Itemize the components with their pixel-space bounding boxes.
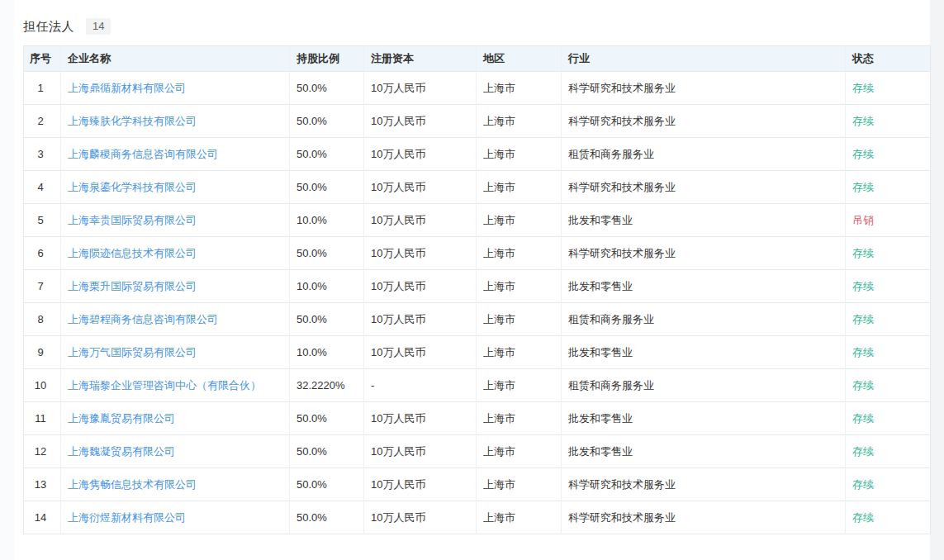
region: 上海市 (477, 402, 562, 435)
row-index: 1 (24, 72, 61, 105)
column-header-name: 企业名称 (61, 46, 290, 72)
row-index: 9 (24, 336, 61, 369)
table-row: 14 上海衍煜新材料有限公司 50.0% 10万人民币 上海市 科学研究和技术服… (24, 501, 931, 534)
industry: 批发和零售业 (562, 336, 846, 369)
region: 上海市 (477, 501, 562, 534)
shareholding-ratio: 50.0% (290, 501, 364, 534)
table-row: 8 上海碧程商务信息咨询有限公司 50.0% 10万人民币 上海市 租赁和商务服… (24, 303, 931, 336)
company-link[interactable]: 上海衍煜新材料有限公司 (68, 511, 186, 524)
column-header-index: 序号 (24, 46, 61, 72)
row-index: 4 (24, 171, 61, 204)
region: 上海市 (477, 72, 562, 105)
region: 上海市 (477, 435, 562, 468)
row-index: 3 (24, 138, 61, 171)
table-row: 13 上海隽畅信息技术有限公司 50.0% 10万人民币 上海市 科学研究和技术… (24, 468, 931, 501)
shareholding-ratio: 50.0% (290, 468, 364, 501)
column-header-industry: 行业 (562, 46, 846, 72)
shareholding-ratio: 10.0% (290, 270, 364, 303)
row-index: 11 (24, 402, 61, 435)
registered-capital: - (364, 369, 477, 402)
shareholding-ratio: 32.2220% (290, 369, 364, 402)
company-link[interactable]: 上海隽畅信息技术有限公司 (68, 478, 197, 491)
shareholding-ratio: 10.0% (290, 204, 364, 237)
section-header: 担任法人 14 (23, 18, 930, 35)
company-link[interactable]: 上海栗升国际贸易有限公司 (68, 280, 197, 292)
registered-capital: 10万人民币 (364, 204, 477, 237)
region: 上海市 (477, 237, 562, 270)
table-row: 6 上海陨迹信息技术有限公司 50.0% 10万人民币 上海市 科学研究和技术服… (24, 237, 931, 270)
legal-representative-section: 担任法人 14 序号 企业名称 持股比例 注册资本 地区 行业 状态 1 (14, 0, 930, 560)
industry: 科学研究和技术服务业 (562, 468, 846, 501)
registered-capital: 10万人民币 (364, 303, 477, 336)
shareholding-ratio: 50.0% (290, 171, 364, 204)
column-header-region: 地区 (477, 46, 562, 72)
status-badge: 存续 (852, 412, 874, 425)
shareholding-ratio: 50.0% (290, 105, 364, 138)
region: 上海市 (477, 303, 562, 336)
company-link[interactable]: 上海泉鎏化学科技有限公司 (68, 181, 197, 193)
table-row: 10 上海瑞黎企业管理咨询中心（有限合伙） 32.2220% - 上海市 租赁和… (24, 369, 931, 402)
column-header-status: 状态 (846, 46, 931, 72)
row-index: 13 (24, 468, 61, 501)
status-badge: 存续 (852, 478, 874, 491)
row-index: 14 (24, 501, 61, 534)
registered-capital: 10万人民币 (364, 72, 477, 105)
region: 上海市 (477, 468, 562, 501)
region: 上海市 (477, 171, 562, 204)
column-header-ratio: 持股比例 (290, 46, 364, 72)
row-index: 5 (24, 204, 61, 237)
industry: 科学研究和技术服务业 (562, 501, 846, 534)
region: 上海市 (477, 138, 562, 171)
table-row: 12 上海魏凝贸易有限公司 50.0% 10万人民币 上海市 批发和零售业 存续 (24, 435, 931, 468)
row-index: 6 (24, 237, 61, 270)
row-index: 12 (24, 435, 61, 468)
registered-capital: 10万人民币 (364, 105, 477, 138)
registered-capital: 10万人民币 (364, 402, 477, 435)
registered-capital: 10万人民币 (364, 501, 477, 534)
status-badge: 存续 (852, 181, 874, 193)
industry: 租赁和商务服务业 (562, 303, 846, 336)
shareholding-ratio: 50.0% (290, 402, 364, 435)
region: 上海市 (477, 204, 562, 237)
row-index: 7 (24, 270, 61, 303)
company-link[interactable]: 上海鼎循新材料有限公司 (68, 82, 186, 94)
table-header-row: 序号 企业名称 持股比例 注册资本 地区 行业 状态 (24, 46, 931, 72)
table-row: 3 上海麟稷商务信息咨询有限公司 50.0% 10万人民币 上海市 租赁和商务服… (24, 138, 931, 171)
shareholding-ratio: 50.0% (290, 237, 364, 270)
legal-representative-table: 序号 企业名称 持股比例 注册资本 地区 行业 状态 1 上海鼎循新材料有限公司… (23, 45, 931, 534)
table-row: 11 上海豫胤贸易有限公司 50.0% 10万人民币 上海市 批发和零售业 存续 (24, 402, 931, 435)
industry: 租赁和商务服务业 (562, 369, 846, 402)
company-link[interactable]: 上海瑞黎企业管理咨询中心（有限合伙） (68, 379, 261, 392)
company-link[interactable]: 上海万气国际贸易有限公司 (68, 346, 197, 358)
region: 上海市 (477, 270, 562, 303)
row-index: 10 (24, 369, 61, 402)
company-link[interactable]: 上海魏凝贸易有限公司 (68, 445, 175, 458)
company-link[interactable]: 上海豫胤贸易有限公司 (68, 412, 175, 425)
table-row: 7 上海栗升国际贸易有限公司 10.0% 10万人民币 上海市 批发和零售业 存… (24, 270, 931, 303)
status-badge: 存续 (852, 379, 874, 392)
table-row: 9 上海万气国际贸易有限公司 10.0% 10万人民币 上海市 批发和零售业 存… (24, 336, 931, 369)
region: 上海市 (477, 336, 562, 369)
region: 上海市 (477, 369, 562, 402)
column-header-capital: 注册资本 (364, 46, 477, 72)
registered-capital: 10万人民币 (364, 237, 477, 270)
company-link[interactable]: 上海幸贵国际贸易有限公司 (68, 214, 197, 226)
section-title: 担任法人 (23, 19, 74, 35)
industry: 批发和零售业 (562, 402, 846, 435)
shareholding-ratio: 50.0% (290, 138, 364, 171)
count-badge: 14 (86, 18, 111, 35)
industry: 科学研究和技术服务业 (562, 237, 846, 270)
table-row: 4 上海泉鎏化学科技有限公司 50.0% 10万人民币 上海市 科学研究和技术服… (24, 171, 931, 204)
status-badge: 吊销 (852, 214, 874, 226)
company-link[interactable]: 上海碧程商务信息咨询有限公司 (68, 313, 218, 325)
industry: 租赁和商务服务业 (562, 138, 846, 171)
status-badge: 存续 (852, 445, 874, 458)
registered-capital: 10万人民币 (364, 336, 477, 369)
industry: 科学研究和技术服务业 (562, 171, 846, 204)
company-link[interactable]: 上海麟稷商务信息咨询有限公司 (68, 148, 218, 160)
company-link[interactable]: 上海臻肤化学科技有限公司 (68, 115, 197, 127)
company-link[interactable]: 上海陨迹信息技术有限公司 (68, 247, 197, 259)
industry: 批发和零售业 (562, 204, 846, 237)
industry: 科学研究和技术服务业 (562, 105, 846, 138)
row-index: 2 (24, 105, 61, 138)
